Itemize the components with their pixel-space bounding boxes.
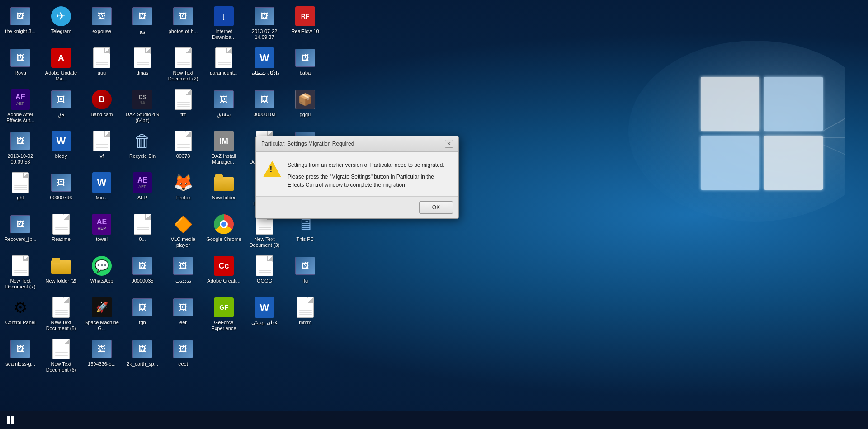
icon-image-2k-earth: 🖼 <box>132 338 153 360</box>
icon-label-ae-col: AEP <box>137 195 147 201</box>
desktop-icon-paramount[interactable]: paramount... <box>205 45 242 86</box>
icon-label-roya: Roya <box>14 70 26 76</box>
desktop-icon-00000796[interactable]: 🖼 00000796 <box>42 170 80 211</box>
desktop-icon-ghgh[interactable]: 🖼 قق <box>42 87 80 127</box>
desktop-icon-the-knight[interactable]: 🖼 the-knight-3... <box>2 4 39 44</box>
icon-label-recycle-bin: Recycle Bin <box>129 153 156 159</box>
icon-image-eeet: 🖼 <box>172 338 194 360</box>
desktop-icon-adobe-creative[interactable]: Cc Adobe Creati... <box>205 253 242 294</box>
icon-image-2013-07-22: 🖼 <box>254 5 275 27</box>
desktop-icon-readme[interactable]: Readme <box>42 212 80 252</box>
dialog-title: Particular: Settings Migration Required <box>261 141 354 147</box>
icon-image-dinas <box>132 47 153 69</box>
icon-image-mmm <box>294 297 316 318</box>
desktop-icon-00000035[interactable]: 🖼 00000035 <box>124 253 161 294</box>
desktop-icon-recycle-bin[interactable]: 🗑 Recycle Bin <box>124 128 161 169</box>
start-button[interactable] <box>0 411 22 429</box>
desktop-icon-arabic1[interactable]: 🖼 بيع <box>124 4 161 44</box>
desktop-icon-seqqqq[interactable]: 🖼 سققق <box>205 87 242 127</box>
icon-label-ghazaye: غذای بهشتی <box>251 320 277 325</box>
svg-rect-2 <box>764 77 823 131</box>
desktop-icon-gggg[interactable]: GGGG <box>246 253 283 294</box>
icon-label-fgh: fgh <box>139 320 146 325</box>
desktop-icon-firefox[interactable]: 🦊 Firefox <box>165 170 202 211</box>
icon-image-00000796: 🖼 <box>50 172 72 193</box>
icon-label-ghf: ghf <box>17 195 24 201</box>
icon-image-2013-10-02: 🖼 <box>9 130 31 152</box>
desktop-icon-new-text-doc-2[interactable]: New Text Document (2) <box>165 45 202 86</box>
icon-label-mic: Mic... <box>96 195 108 201</box>
ok-button[interactable]: OK <box>419 201 453 214</box>
desktop-icon-2013-07-22[interactable]: 🖼 2013-07-22 14.09.37 <box>246 4 283 44</box>
desktop-icon-ffff[interactable]: ffff <box>165 87 202 127</box>
svg-rect-8 <box>7 416 10 420</box>
desktop-icon-space-machine[interactable]: 🚀 Space Machine G... <box>83 295 120 335</box>
desktop-icon-new-text-doc-7[interactable]: New Text Document (7) <box>2 253 39 294</box>
icon-label-ffff: ffff <box>180 112 186 118</box>
desktop-icon-blody[interactable]: W blody <box>42 128 80 169</box>
desktop-icon-ddddd[interactable]: 🖼 دددددت <box>165 253 202 294</box>
desktop-icon-ghf[interactable]: ghf <box>2 170 39 211</box>
desktop-icon-fgh[interactable]: 🖼 fgh <box>124 295 161 335</box>
desktop-icon-zero-col[interactable]: 0... <box>124 212 161 252</box>
icon-image-recycle-bin: 🗑 <box>132 130 153 152</box>
desktop-icon-dadgah[interactable]: W دادگاه شیطانی <box>246 45 283 86</box>
desktop-icon-new-text-doc-5[interactable]: New Text Document (5) <box>42 295 80 335</box>
desktop-icon-gggu[interactable]: 📦 gggu <box>287 87 324 127</box>
icon-image-new-text-doc-7 <box>9 255 31 277</box>
desktop-icon-roya[interactable]: 🖼 Roya <box>2 45 39 86</box>
desktop-icon-uuu[interactable]: uuu <box>83 45 120 86</box>
desktop-icon-new-text-doc-6[interactable]: New Text Document (6) <box>42 336 80 377</box>
icon-label-ghgh: قق <box>58 112 64 118</box>
desktop-icon-whatsapp[interactable]: 💬 WhatsApp <box>83 253 120 294</box>
dialog-close-button[interactable]: ✕ <box>445 140 453 148</box>
icon-label-ddddd: دددددت <box>175 278 191 284</box>
icon-label-bandicam: Bandicam <box>91 112 113 118</box>
icon-image-adobe-ae-aut: AEAEP <box>9 89 31 110</box>
desktop-icon-00378[interactable]: 00378 <box>165 128 202 169</box>
desktop-icon-internet-download[interactable]: ↓ Internet Downloa... <box>205 4 242 44</box>
icon-label-firefox: Firefox <box>175 195 191 201</box>
desktop-icon-1594336-o[interactable]: 🖼 1594336-o... <box>83 336 120 377</box>
icon-label-gggg: GGGG <box>257 278 272 284</box>
desktop-icon-dinas[interactable]: dinas <box>124 45 161 86</box>
icon-label-eer: eer <box>179 320 187 325</box>
desktop-icon-google-chrome[interactable]: Google Chrome <box>205 212 242 252</box>
dialog-footer: OK <box>256 196 458 218</box>
desktop-icon-geforce[interactable]: GF GeForce Experience <box>205 295 242 335</box>
desktop-icon-eer[interactable]: 🖼 eer <box>165 295 202 335</box>
desktop-icon-eeet[interactable]: 🖼 eeet <box>165 336 202 377</box>
settings-migration-dialog[interactable]: Particular: Settings Migration Required … <box>255 136 459 219</box>
desktop-icon-2013-10-02[interactable]: 🖼 2013-10-02 09.09.58 <box>2 128 39 169</box>
desktop-icon-2k-earth[interactable]: 🖼 2k_earth_sp... <box>124 336 161 377</box>
icon-label-daz-install-mgr: DAZ Install Manager... <box>206 153 241 165</box>
desktop-icon-seamless-g[interactable]: 🖼 seamless-g... <box>2 336 39 377</box>
desktop-icon-realflow[interactable]: RF RealFlow 10 <box>287 4 324 44</box>
svg-rect-1 <box>701 77 760 131</box>
desktop-icon-new-folder-2[interactable]: New folder (2) <box>42 253 80 294</box>
desktop-icon-telegram[interactable]: ✈ Telegram <box>42 4 80 44</box>
desktop-icon-photos-of-h[interactable]: 🖼 photos-of-h... <box>165 4 202 44</box>
desktop-icon-towel[interactable]: AEAEP towel <box>83 212 120 252</box>
icon-image-ghgh: 🖼 <box>50 89 72 110</box>
desktop-icon-control-panel[interactable]: ⚙ Control Panel <box>2 295 39 335</box>
desktop-icon-ffg[interactable]: 🖼 ffg <box>287 253 324 294</box>
desktop-icon-new-folder[interactable]: New folder <box>205 170 242 211</box>
desktop-icon-mic[interactable]: W Mic... <box>83 170 120 211</box>
desktop-icon-baba[interactable]: 🖼 baba <box>287 45 324 86</box>
desktop-icon-daz-install-mgr[interactable]: IM DAZ Install Manager... <box>205 128 242 169</box>
desktop-icon-expouse[interactable]: 🖼 expouse <box>83 4 120 44</box>
desktop-icon-ae-col[interactable]: AEAEP AEP <box>124 170 161 211</box>
desktop-icon-vlc[interactable]: 🔶 VLC media player <box>165 212 202 252</box>
desktop-icon-adobe-update[interactable]: A Adobe Update Ma... <box>42 45 80 86</box>
desktop-icon-ghazaye[interactable]: W غذای بهشتی <box>246 295 283 335</box>
icon-image-bandicam: B <box>91 89 113 110</box>
desktop-icon-mmm[interactable]: mmm <box>287 295 324 335</box>
desktop-icon-vf[interactable]: vf <box>83 128 120 169</box>
desktop-icon-bandicam[interactable]: B Bandicam <box>83 87 120 127</box>
desktop-icon-00000103[interactable]: 🖼 00000103 <box>246 87 283 127</box>
desktop-icon-daz-studio[interactable]: DS4.9 DAZ Studio 4.9 (64bit) <box>124 87 161 127</box>
desktop-icon-recoverd-jp[interactable]: 🖼 Recoverd_jp... <box>2 212 39 252</box>
icon-label-new-text-doc-6: New Text Document (6) <box>43 361 79 373</box>
desktop-icon-adobe-ae-aut[interactable]: AEAEP Adobe After Effects Aut... <box>2 87 39 127</box>
